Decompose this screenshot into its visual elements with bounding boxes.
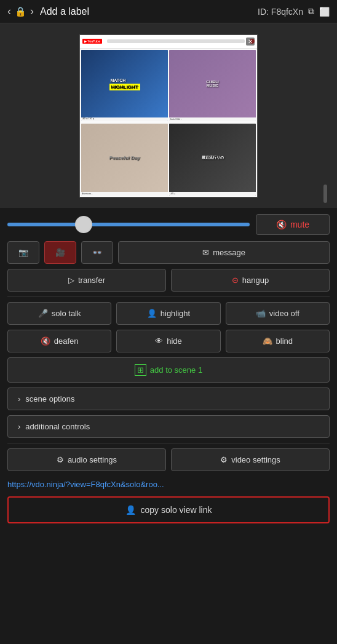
audio-settings-icon: ⚙ [57,455,64,464]
transfer-label: transfer [78,276,105,285]
forward-button[interactable]: › [30,5,34,18]
settings-row: ⚙ audio settings ⚙ video settings [7,448,330,471]
youtube-mock: ▶ YouTube MATCH HIGHLIGHT LAD vs CHC ▶ [80,35,257,197]
scene-options-chevron: › [18,394,20,403]
blind-button[interactable]: 🙈 blind [226,330,330,352]
video-off-label: video off [269,309,299,318]
slider-wrapper[interactable] [7,216,250,233]
glasses-icon: 👓 [92,248,102,257]
add-to-scene-label: add to scene 1 [150,365,202,375]
slider-section: 🔇 mute [0,208,337,241]
mute-button[interactable]: 🔇 mute [256,214,330,235]
highlight-label: highlight [161,309,190,318]
additional-controls-chevron: › [18,422,20,431]
hide-button[interactable]: 👁 hide [116,330,220,352]
deafen-button[interactable]: 🔇 deafen [7,330,111,352]
mute-icon: 🔇 [276,220,287,229]
hangup-icon: ⊝ [232,276,239,285]
additional-controls-label: additional controls [25,422,90,431]
glasses-button[interactable]: 👓 [81,241,113,264]
add-to-scene-icon: ⊞ [135,364,146,376]
mute-label: mute [290,220,309,229]
header: ‹ 🔒 › Add a label ID: F8qfcXn ⧉ ⬜ [0,0,337,23]
solo-highlight-row: 🎤 solo talk 👤 highlight 📹 video off [7,302,330,325]
url-link[interactable]: https://vdo.ninja/?view=F8qfcXn&solo&roo… [0,477,337,491]
media-controls-row: 📷 🎥 👓 ✉ message [7,241,330,264]
add-to-scene-button[interactable]: ⊞ add to scene 1 [7,357,330,383]
highlight-icon: 👤 [147,309,157,318]
hide-icon: 👁 [155,336,163,346]
add-scene-row: ⊞ add to scene 1 [7,357,330,383]
lock-icon: 🔒 [15,6,26,17]
yt-thumb-2: GHIBLIMUSIC Studio Ghibli ♪ [169,50,256,122]
yt-thumb-text-1: LAD vs CHC ▶ [81,117,168,121]
camera-off-icon: 📷 [18,248,28,257]
video-settings-label: video settings [231,455,280,464]
video-settings-icon: ⚙ [220,455,228,464]
deafen-hide-row: 🔇 deafen 👁 hide 🙈 blind [7,330,330,352]
back-button[interactable]: ‹ [7,5,11,18]
slider-track [7,223,250,226]
separator-1 [7,296,330,297]
yt-logo: ▶ YouTube [82,39,102,44]
yt-thumb-img-4: 最近流行りの [169,124,256,192]
solo-talk-icon: 🎤 [38,309,48,318]
video-settings-button[interactable]: ⚙ video settings [171,448,330,471]
deafen-icon: 🔇 [41,336,50,346]
yt-thumb-4: 最近流行りの LIVE ● [169,124,256,196]
slider-thumb[interactable] [75,216,92,233]
blind-icon: 🙈 [263,336,272,346]
copy-icon[interactable]: ⧉ [308,6,314,17]
yt-thumb-img-1: MATCH HIGHLIGHT [81,50,168,118]
copy-solo-label: copy solo view link [141,505,212,515]
record-icon: 🎥 [55,248,65,257]
solo-talk-label: solo talk [52,309,81,318]
video-preview-inner: ▶ YouTube MATCH HIGHLIGHT LAD vs CHC ▶ [79,34,258,197]
message-button[interactable]: ✉ message [118,241,330,264]
header-right: ID: F8qfcXn ⧉ ⬜ [258,6,330,17]
copy-solo-view-link-button[interactable]: 👤 copy solo view link [7,496,330,523]
expand-icon[interactable]: ⬜ [319,7,330,17]
blind-label: blind [276,336,293,346]
yt-thumb-1: MATCH HIGHLIGHT LAD vs CHC ▶ [81,50,168,122]
record-button[interactable]: 🎥 [44,241,76,264]
scrollbar-indicator [323,185,327,203]
scene-options-button[interactable]: › scene options [7,388,330,410]
yt-thumb-img-2: GHIBLIMUSIC [169,50,256,118]
highlight-button[interactable]: 👤 highlight [116,302,220,325]
deafen-label: deafen [54,336,79,346]
controls-section: 📷 🎥 👓 ✉ message ▷ transfer ⊝ hangup 🎤 so… [0,241,337,471]
transfer-button[interactable]: ▷ transfer [7,269,166,292]
audio-settings-button[interactable]: ⚙ audio settings [7,448,166,471]
hangup-label: hangup [242,276,269,285]
yt-thumb-text-2: Studio Ghibli ♪ [169,117,256,121]
video-close-button[interactable]: ✕ [246,38,255,46]
hangup-button[interactable]: ⊝ hangup [171,269,330,292]
separator-2 [7,443,330,443]
yt-nav: ▶ YouTube [80,35,257,49]
id-label: ID: F8qfcXn [258,7,303,17]
copy-solo-icon: 👤 [125,505,136,515]
hide-label: hide [167,336,182,346]
yt-content-top: MATCH HIGHLIGHT LAD vs CHC ▶ GHIBLIMUSIC… [80,49,257,123]
page-title: Add a label [40,6,89,17]
video-off-icon: 📹 [256,309,266,318]
video-preview: ▶ YouTube MATCH HIGHLIGHT LAD vs CHC ▶ [0,23,337,208]
yt-content-bottom: Peaceful Day Adventures... 最近流行りの LIVE ● [80,122,257,197]
header-left: ‹ 🔒 › Add a label [7,5,89,18]
transfer-hangup-row: ▷ transfer ⊝ hangup [7,269,330,292]
message-label: message [213,248,245,257]
yt-thumb-img-3: Peaceful Day [81,124,168,192]
video-off-button[interactable]: 📹 video off [226,302,330,325]
solo-talk-button[interactable]: 🎤 solo talk [7,302,111,325]
yt-thumb-text-3: Adventures... [81,192,168,196]
additional-controls-button[interactable]: › additional controls [7,415,330,438]
yt-thumb-3: Peaceful Day Adventures... [81,124,168,196]
audio-settings-label: audio settings [68,455,117,464]
scene-options-label: scene options [25,394,74,403]
camera-off-button[interactable]: 📷 [7,241,39,264]
transfer-icon: ▷ [68,276,74,285]
message-icon: ✉ [202,248,209,257]
yt-thumb-text-4: LIVE ● [169,192,256,196]
